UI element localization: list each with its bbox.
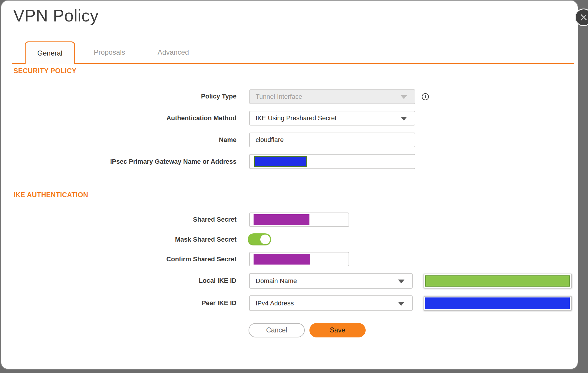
- vpn-policy-dialog: VPN Policy General Proposals Advanced SE…: [1, 0, 578, 369]
- chevron-down-icon: [401, 95, 407, 99]
- page-background: VPN Policy General Proposals Advanced SE…: [0, 0, 588, 373]
- local-ike-id-redaction: [425, 275, 570, 287]
- policy-type-value: Tunnel Interface: [256, 93, 302, 101]
- info-icon[interactable]: i: [422, 93, 429, 100]
- section-heading-ike-authentication: IKE AUTHENTICATION: [14, 191, 88, 199]
- authentication-method-label: Authentication Method: [98, 114, 236, 122]
- authentication-method-value: IKE Using Preshared Secret: [256, 114, 337, 122]
- mask-shared-secret-label: Mask Shared Secret: [98, 236, 236, 243]
- gateway-redaction: [254, 156, 307, 167]
- local-ike-id-type-value: Domain Name: [256, 277, 297, 285]
- tab-proposals[interactable]: Proposals: [84, 41, 135, 63]
- name-input[interactable]: cloudflare: [249, 133, 415, 147]
- policy-type-label: Policy Type: [98, 93, 236, 100]
- chevron-down-icon: [401, 117, 407, 121]
- dialog-title: VPN Policy: [13, 6, 99, 25]
- close-icon: [580, 14, 587, 21]
- section-heading-security-policy: SECURITY POLICY: [14, 67, 76, 75]
- name-value: cloudflare: [256, 136, 284, 144]
- mask-shared-secret-toggle[interactable]: [248, 233, 271, 245]
- policy-type-select: Tunnel Interface: [249, 89, 415, 104]
- authentication-method-select[interactable]: IKE Using Preshared Secret: [249, 111, 415, 126]
- chevron-down-icon: [398, 280, 404, 283]
- confirm-shared-secret-redaction: [254, 254, 310, 265]
- shared-secret-redaction: [254, 214, 309, 225]
- local-ike-id-select[interactable]: Domain Name: [249, 273, 413, 289]
- confirm-shared-secret-label: Confirm Shared Secret: [98, 255, 236, 263]
- local-ike-id-label: Local IKE ID: [98, 277, 236, 285]
- toggle-knob: [260, 235, 270, 244]
- chevron-down-icon: [398, 302, 404, 306]
- tab-underline: [12, 63, 574, 64]
- peer-ike-id-redaction: [425, 297, 570, 309]
- shared-secret-label: Shared Secret: [98, 216, 236, 223]
- peer-ike-id-select[interactable]: IPv4 Address: [249, 295, 413, 311]
- tab-general[interactable]: General: [25, 41, 75, 64]
- peer-ike-id-type-value: IPv4 Address: [256, 300, 294, 307]
- cancel-button[interactable]: Cancel: [249, 323, 305, 337]
- gateway-label: IPsec Primary Gateway Name or Address: [98, 158, 236, 165]
- peer-ike-id-label: Peer IKE ID: [98, 299, 236, 307]
- save-button[interactable]: Save: [309, 323, 366, 337]
- tab-advanced[interactable]: Advanced: [147, 41, 199, 63]
- name-label: Name: [98, 136, 236, 144]
